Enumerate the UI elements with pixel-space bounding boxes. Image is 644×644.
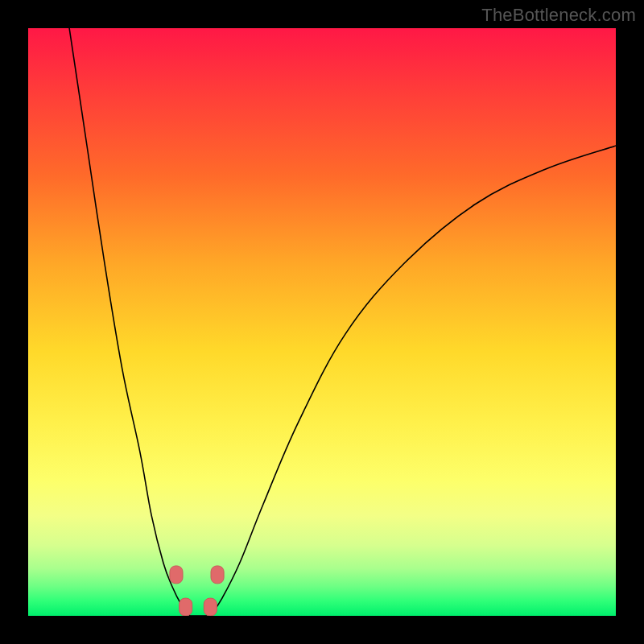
data-marker: [204, 598, 217, 616]
data-marker: [170, 566, 183, 584]
markers-group: [170, 566, 224, 616]
data-marker: [180, 598, 192, 616]
left-branch-line: [69, 28, 190, 616]
chart-frame: TheBottleneck.com: [0, 0, 644, 644]
watermark-text: TheBottleneck.com: [481, 5, 636, 26]
curve-group: [69, 28, 616, 616]
chart-svg: [28, 28, 616, 616]
right-branch-line: [210, 146, 616, 616]
plot-area: [28, 28, 616, 616]
data-marker: [211, 566, 224, 584]
